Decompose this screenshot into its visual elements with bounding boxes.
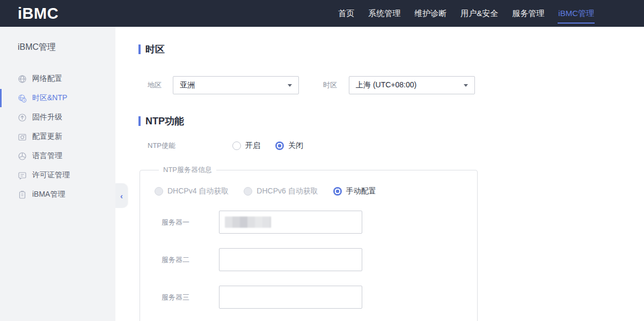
ntp-enable-on-option[interactable]: 开启 xyxy=(232,141,260,151)
section-title-accent-bar xyxy=(138,44,141,54)
sidebar-menu: 网络配置 时区&NTP 固件升级 xyxy=(0,69,115,204)
server-three-label: 服务器三 xyxy=(162,293,219,302)
sidebar-item-license[interactable]: 许可证管理 xyxy=(0,166,115,185)
sidebar-item-label: 语言管理 xyxy=(32,151,62,161)
manual-config-option[interactable]: 手动配置 xyxy=(333,186,376,196)
nav-item-system[interactable]: 系统管理 xyxy=(361,0,407,27)
dhcpv6-auto-option[interactable]: DHCPv6 自动获取 xyxy=(244,186,318,196)
radio-label: 关闭 xyxy=(288,141,303,151)
server-one-row: 服务器一 xyxy=(155,211,477,234)
section-title-timezone: 时区 xyxy=(138,43,644,56)
server-one-label: 服务器一 xyxy=(162,218,219,227)
sidebar-item-label: 固件升级 xyxy=(32,113,62,122)
radio-label: DHCPv6 自动获取 xyxy=(257,186,318,196)
sidebar-item-label: 网络配置 xyxy=(32,74,62,84)
sidebar-item-config-update[interactable]: 配置更新 xyxy=(0,127,115,146)
chevron-down-icon xyxy=(464,84,468,87)
radio-checked-icon[interactable] xyxy=(333,187,342,196)
nav-item-user-security[interactable]: 用户&安全 xyxy=(453,0,505,27)
server-one-input[interactable] xyxy=(219,211,362,234)
ntp-server-mode-row: DHCPv4 自动获取 DHCPv6 自动获取 手动配置 xyxy=(155,186,477,196)
sidebar-title: iBMC管理 xyxy=(0,27,115,53)
ntp-enable-off-option[interactable]: 关闭 xyxy=(275,141,303,151)
radio-disabled-icon[interactable] xyxy=(155,187,163,196)
chevron-down-icon xyxy=(288,84,292,87)
top-nav: 首页 系统管理 维护诊断 用户&安全 服务管理 iBMC管理 xyxy=(331,0,644,27)
timezone-select[interactable]: 上海 (UTC+08:00) xyxy=(349,76,475,94)
radio-checked-icon[interactable] xyxy=(275,141,284,150)
server-two-input-wrap xyxy=(219,248,362,271)
sidebar-item-label: 配置更新 xyxy=(32,132,62,141)
nav-item-maintenance[interactable]: 维护诊断 xyxy=(407,0,453,27)
nav-item-home[interactable]: 首页 xyxy=(331,0,361,27)
server-one-input-wrap xyxy=(219,211,362,234)
radio-label: 手动配置 xyxy=(346,186,376,196)
nav-item-services[interactable]: 服务管理 xyxy=(505,0,551,27)
radio-unchecked-icon[interactable] xyxy=(232,141,241,150)
section-title-accent-bar xyxy=(138,116,141,126)
config-update-icon xyxy=(18,132,27,141)
sidebar-item-network-config[interactable]: 网络配置 xyxy=(0,69,115,88)
radio-disabled-icon[interactable] xyxy=(244,187,252,196)
language-icon xyxy=(18,152,27,161)
nav-item-ibmc-settings[interactable]: iBMC管理 xyxy=(551,0,601,27)
section-title-text: 时区 xyxy=(145,43,165,56)
main-content: 时区 地区 亚洲 时区 上海 (UTC+08:00) NTP功能 NTP使能 开… xyxy=(115,27,644,321)
ntp-enable-row: NTP使能 开启 关闭 xyxy=(138,141,644,151)
network-globe-icon xyxy=(18,74,27,84)
sidebar-item-label: 许可证管理 xyxy=(32,170,70,180)
dhcpv4-auto-option[interactable]: DHCPv4 自动获取 xyxy=(155,186,229,196)
ntp-enable-label: NTP使能 xyxy=(148,141,232,151)
license-icon xyxy=(18,171,27,180)
timezone-form-row: 地区 亚洲 时区 上海 (UTC+08:00) xyxy=(138,76,644,94)
region-select[interactable]: 亚洲 xyxy=(173,76,299,94)
sidebar-item-timezone-ntp[interactable]: 时区&NTP xyxy=(0,88,115,108)
sidebar-item-label: 时区&NTP xyxy=(32,93,67,103)
timezone-clock-icon xyxy=(18,94,27,103)
ntp-server-group-legend: NTP服务器信息 xyxy=(159,165,216,175)
firmware-upgrade-icon xyxy=(18,113,27,122)
timezone-select-value: 上海 (UTC+08:00) xyxy=(356,80,464,90)
radio-label: DHCPv4 自动获取 xyxy=(167,186,229,196)
section-title-text: NTP功能 xyxy=(145,115,184,128)
server-three-input-wrap xyxy=(219,286,362,309)
sidebar-item-ibma[interactable]: iBMA管理 xyxy=(0,185,115,204)
ntp-server-group: NTP服务器信息 DHCPv4 自动获取 DHCPv6 自动获取 手动配置 服务… xyxy=(140,165,478,321)
sidebar: iBMC管理 网络配置 时区&NTP xyxy=(0,27,115,321)
region-select-value: 亚洲 xyxy=(180,80,288,90)
ibma-clipboard-icon xyxy=(18,190,27,199)
server-two-row: 服务器二 xyxy=(155,248,477,271)
sidebar-item-label: iBMA管理 xyxy=(32,190,65,199)
server-two-label: 服务器二 xyxy=(162,255,219,265)
brand-logo: iBMC xyxy=(18,5,58,23)
top-header: iBMC 首页 系统管理 维护诊断 用户&安全 服务管理 iBMC管理 xyxy=(0,0,644,27)
radio-label: 开启 xyxy=(245,141,260,151)
sidebar-item-firmware-upgrade[interactable]: 固件升级 xyxy=(0,108,115,127)
server-two-input[interactable] xyxy=(219,248,362,271)
sidebar-item-language[interactable]: 语言管理 xyxy=(0,146,115,166)
region-label: 地区 xyxy=(148,80,173,90)
timezone-label: 时区 xyxy=(323,80,349,90)
server-three-input[interactable] xyxy=(219,286,362,309)
server-three-row: 服务器三 xyxy=(155,286,477,309)
section-title-ntp: NTP功能 xyxy=(138,115,644,128)
